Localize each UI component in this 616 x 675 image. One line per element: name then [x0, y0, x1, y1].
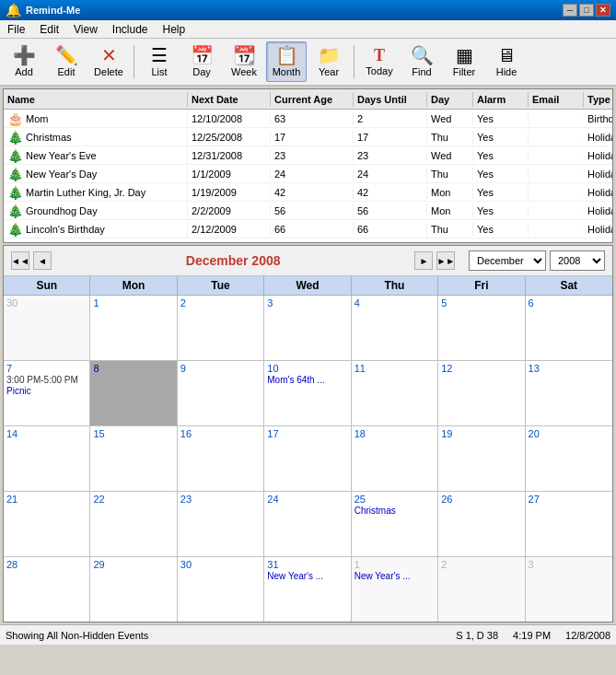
calendar-event[interactable]: New Year's ... — [267, 571, 347, 581]
calendar-cell[interactable]: 28 — [4, 557, 90, 622]
calendar-cell[interactable]: 25Christmas — [352, 492, 438, 556]
calendar-cell[interactable]: 73:00 PM-5:00 PMPicnic — [4, 361, 90, 425]
calendar-cell[interactable]: 1 — [90, 296, 177, 360]
calendar-cell[interactable]: 19 — [438, 426, 525, 491]
calendar-cell[interactable]: 21 — [4, 492, 90, 556]
list-item[interactable]: 🎄 New Year's Day 1/1/2009 24 24 Thu Yes … — [4, 165, 612, 183]
calendar-cell[interactable]: 18 — [352, 426, 438, 491]
calendar-day-number[interactable]: 5 — [441, 297, 521, 308]
calendar-cell[interactable]: 15 — [90, 426, 177, 491]
calendar-day-number[interactable]: 2 — [180, 297, 261, 308]
calendar-cell[interactable]: 16 — [178, 426, 264, 491]
calendar-day-number[interactable]: 30 — [180, 559, 261, 570]
calendar-cell[interactable]: 17 — [264, 426, 351, 491]
calendar-cell[interactable]: 9 — [178, 361, 264, 425]
calendar-day-number[interactable]: 7 — [6, 363, 87, 374]
calendar-cell[interactable]: 31New Year's ... — [264, 557, 351, 622]
calendar-cell[interactable]: 11 — [352, 361, 438, 425]
calendar-cell[interactable]: 20 — [526, 426, 612, 491]
list-item[interactable]: 🎂 Mom 12/10/2008 63 2 Wed Yes Birthday — [4, 110, 612, 128]
calendar-cell[interactable]: 13 — [526, 361, 612, 425]
add-button[interactable]: ➕ Add — [4, 41, 44, 82]
filter-button[interactable]: ▦ Filter — [444, 41, 484, 82]
calendar-day-number[interactable]: 18 — [354, 428, 435, 439]
list-item[interactable]: 🎄 New Year's Eve 12/31/2008 23 23 Wed Ye… — [4, 146, 612, 165]
calendar-day-number[interactable]: 22 — [93, 494, 173, 505]
calendar-cell[interactable]: 29 — [90, 557, 177, 622]
calendar-cell[interactable]: 30 — [4, 296, 90, 360]
calendar-event[interactable]: Mom's 64th ... — [267, 375, 347, 385]
find-button[interactable]: 🔍 Find — [401, 41, 442, 82]
year-select[interactable]: 2008 — [550, 250, 605, 271]
nav-forward[interactable]: ► — [414, 251, 433, 270]
calendar-day-number[interactable]: 21 — [6, 494, 87, 505]
calendar-event[interactable]: New Year's ... — [354, 571, 435, 581]
calendar-day-number[interactable]: 3 — [529, 559, 610, 570]
week-button[interactable]: 📆 Week — [224, 41, 264, 82]
calendar-day-number[interactable]: 6 — [529, 297, 610, 308]
calendar-cell[interactable]: 30 — [178, 557, 264, 622]
nav-first-back[interactable]: ◄◄ — [11, 251, 29, 270]
month-button[interactable]: 📋 Month — [266, 41, 307, 82]
list-button[interactable]: ☰ List — [139, 41, 180, 82]
calendar-cell[interactable]: 2 — [178, 296, 264, 360]
calendar-cell[interactable]: 22 — [90, 492, 177, 556]
calendar-day-number[interactable]: 26 — [441, 494, 521, 505]
nav-last-forward[interactable]: ►► — [436, 251, 455, 270]
calendar-cell[interactable]: 1New Year's ... — [352, 557, 438, 622]
menu-help[interactable]: Help — [156, 21, 193, 38]
list-item[interactable]: 🎄 Christmas 12/25/2008 17 17 Thu Yes Hol… — [4, 128, 612, 146]
year-button[interactable]: 📁 Year — [308, 41, 349, 82]
calendar-day-number[interactable]: 8 — [93, 363, 173, 374]
calendar-cell[interactable]: 5 — [438, 296, 525, 360]
calendar-day-number[interactable]: 16 — [180, 428, 261, 439]
calendar-day-number[interactable]: 12 — [441, 363, 521, 374]
calendar-cell[interactable]: 10Mom's 64th ... — [264, 361, 351, 425]
calendar-day-number[interactable]: 13 — [529, 363, 610, 374]
menu-include[interactable]: Include — [105, 21, 156, 38]
close-button[interactable]: ✕ — [596, 4, 610, 17]
calendar-day-number[interactable]: 2 — [441, 559, 521, 570]
calendar-day-number[interactable]: 11 — [354, 363, 435, 374]
calendar-day-number[interactable]: 30 — [6, 297, 87, 308]
calendar-day-number[interactable]: 29 — [93, 559, 173, 570]
calendar-day-number[interactable]: 23 — [180, 494, 261, 505]
calendar-day-number[interactable]: 4 — [354, 297, 435, 308]
calendar-day-number[interactable]: 1 — [354, 559, 435, 570]
day-button[interactable]: 📅 Day — [181, 41, 222, 82]
calendar-cell[interactable]: 2 — [438, 557, 525, 622]
edit-button[interactable]: ✏️ Edit — [46, 41, 87, 82]
calendar-event[interactable]: Picnic — [6, 386, 87, 396]
calendar-day-number[interactable]: 19 — [441, 428, 521, 439]
menu-edit[interactable]: Edit — [32, 21, 66, 38]
nav-back[interactable]: ◄ — [33, 251, 52, 270]
calendar-day-number[interactable]: 31 — [267, 559, 347, 570]
list-item[interactable]: 🎄 Lincoln's Birthday 2/12/2009 66 66 Thu… — [4, 220, 612, 239]
calendar-day-number[interactable]: 28 — [6, 559, 87, 570]
calendar-cell[interactable]: 6 — [526, 296, 612, 360]
calendar-cell[interactable]: 27 — [526, 492, 612, 556]
delete-button[interactable]: ✕ Delete — [88, 41, 129, 82]
calendar-event[interactable]: Christmas — [354, 506, 435, 516]
maximize-button[interactable]: □ — [579, 4, 594, 17]
calendar-day-number[interactable]: 27 — [529, 494, 610, 505]
calendar-cell[interactable]: 4 — [352, 296, 438, 360]
calendar-cell[interactable]: 24 — [264, 492, 351, 556]
hide-button[interactable]: 🖥 Hide — [486, 41, 527, 82]
calendar-cell[interactable]: 3 — [264, 296, 351, 360]
today-button[interactable]: T Today — [359, 41, 400, 82]
calendar-day-number[interactable]: 24 — [267, 494, 347, 505]
calendar-day-number[interactable]: 25 — [354, 494, 435, 505]
calendar-day-number[interactable]: 14 — [6, 428, 87, 439]
calendar-cell[interactable]: 8 — [90, 361, 177, 425]
list-item[interactable]: 🎄 Groundhog Day 2/2/2009 56 56 Mon Yes H… — [4, 202, 612, 220]
calendar-cell[interactable]: 14 — [4, 426, 90, 491]
calendar-day-number[interactable]: 3 — [267, 297, 347, 308]
calendar-day-number[interactable]: 20 — [529, 428, 610, 439]
calendar-day-number[interactable]: 10 — [267, 363, 347, 374]
calendar-day-number[interactable]: 1 — [93, 297, 173, 308]
minimize-button[interactable]: ─ — [563, 4, 577, 17]
calendar-cell[interactable]: 3 — [526, 557, 612, 622]
calendar-cell[interactable]: 26 — [438, 492, 525, 556]
calendar-day-number[interactable]: 15 — [93, 428, 173, 439]
